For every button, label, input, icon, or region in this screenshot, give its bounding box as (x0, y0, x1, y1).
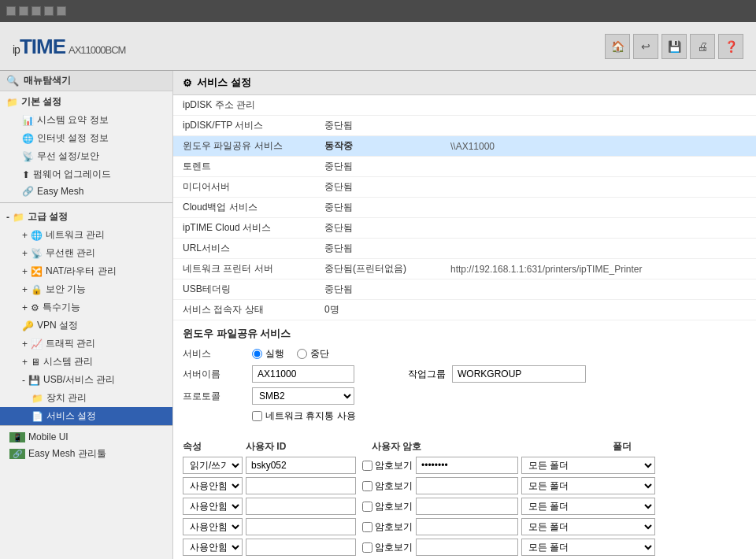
show-pw-checkbox-1[interactable] (362, 481, 372, 491)
sidebar-item-usb-service[interactable]: -💾 USB/서비스 관리 (0, 371, 172, 389)
user-id-input-4[interactable] (246, 539, 356, 556)
radio-run-label[interactable]: 실행 (252, 347, 284, 361)
service-table: ipDISK 주소 관리 ipDISK/FTP 서비스 중단됨 윈도우 파일공유… (173, 95, 756, 320)
user-id-input-1[interactable] (246, 477, 356, 494)
user-rows: 읽기/쓰기읽기전용사용안함 암호보기 모든 폴더 읽기/쓰기읽기전용사용안함 암… (183, 457, 747, 556)
sidebar-item-vpn[interactable]: 🔑 VPN 설정 (0, 317, 172, 335)
server-name-input[interactable] (252, 365, 354, 383)
user-attr-select-3[interactable]: 읽기/쓰기읽기전용사용안함 (183, 518, 243, 535)
sidebar-item-system-mgmt[interactable]: +🖥 시스템 관리 (0, 353, 172, 371)
show-pw-checkbox-4[interactable] (362, 542, 372, 553)
protocol-row: 프로토콜 SMB2 SMB1 SMB3 (183, 387, 747, 405)
sidebar: 🔍 매뉴탐색기 📁 기본 설정 📊 시스템 요약 정보 🌐 인터넷 설정 정보 … (0, 71, 173, 559)
col-header-folder: 폴더 (613, 440, 747, 453)
show-pw-checkbox-0[interactable] (362, 461, 372, 471)
service-name: 토렌트 (173, 157, 315, 177)
user-pw-input-1[interactable] (416, 477, 518, 494)
server-name-label: 서버이름 (183, 368, 246, 381)
folder-icon-advanced: 📁 (13, 212, 24, 223)
user-id-input-2[interactable] (246, 498, 356, 515)
user-pw-input-0[interactable] (416, 457, 518, 474)
server-name-row: 서버이름 작업그룹 (183, 365, 747, 383)
service-radio-row: 서비스 실행 중단 (183, 347, 747, 361)
sidebar-item-firmware[interactable]: ⬆ 펌웨어 업그레이드 (0, 165, 172, 183)
service-extra (441, 280, 756, 300)
sidebar-item-service-settings[interactable]: 📄 서비스 설정 (0, 407, 172, 425)
user-folder-select-2[interactable]: 모든 폴더 (521, 498, 655, 515)
workgroup-input[interactable] (452, 365, 586, 383)
service-status: 중단됨 (315, 198, 441, 218)
form-section-title: 윈도우 파일공유 서비스 (183, 327, 747, 341)
service-name: ipDISK 주소 관리 (173, 95, 315, 116)
network-idle-label[interactable]: 네트워크 휴지통 사용 (252, 409, 356, 423)
service-extra (441, 300, 756, 320)
service-label: 서비스 (183, 347, 246, 361)
content-header-icon: ⚙ (183, 77, 192, 89)
sidebar-item-easymesh[interactable]: 🔗 Easy Mesh (0, 183, 172, 199)
logo: ipTIMEAX11000BCM (13, 34, 125, 59)
sidebar-item-mobile-ui[interactable]: 📱 Mobile UI (0, 429, 172, 445)
service-status: 중단됨 (315, 239, 441, 259)
sidebar-item-internet[interactable]: 🌐 인터넷 설정 정보 (0, 129, 172, 147)
table-row: 미디어서버 중단됨 (173, 177, 756, 198)
user-folder-select-4[interactable]: 모든 폴더 (521, 539, 655, 556)
service-extra (441, 239, 756, 259)
network-idle-checkbox[interactable] (252, 411, 262, 421)
sidebar-item-system-summary[interactable]: 📊 시스템 요약 정보 (0, 111, 172, 129)
titlebar-btn-4[interactable] (44, 6, 54, 16)
nat-icon: 🔀 (31, 266, 43, 277)
main-layout: 🔍 매뉴탐색기 📁 기본 설정 📊 시스템 요약 정보 🌐 인터넷 설정 정보 … (0, 71, 756, 559)
col-header-pw: 사용자 암호 (372, 440, 613, 453)
user-attr-select-0[interactable]: 읽기/쓰기읽기전용사용안함 (183, 457, 243, 474)
user-row: 읽기/쓰기읽기전용사용안함 암호보기 모든 폴더 (183, 457, 747, 474)
service-extra (441, 218, 756, 239)
table-row: ipTIME Cloud 서비스 중단됨 (173, 218, 756, 239)
service-name: Cloud백업 서비스 (173, 198, 315, 218)
usb-icon: 💾 (28, 375, 40, 386)
show-pw-checkbox-2[interactable] (362, 502, 372, 512)
user-pw-input-2[interactable] (416, 498, 518, 515)
service-name: USB테더링 (173, 280, 315, 300)
user-pw-input-3[interactable] (416, 518, 518, 535)
pw-check-1: 암호보기 (362, 479, 413, 493)
home-button[interactable]: 🏠 (605, 34, 630, 59)
user-row: 읽기/쓰기읽기전용사용안함 암호보기 모든 폴더 (183, 477, 747, 494)
service-radio-group: 실행 중단 (252, 347, 329, 361)
back-button[interactable]: ↩ (633, 34, 658, 59)
service-extra (441, 95, 756, 116)
sidebar-item-nat-router[interactable]: +🔀 NAT/라우터 관리 (0, 262, 172, 280)
user-id-input-3[interactable] (246, 518, 356, 535)
sidebar-item-wlan-mgmt[interactable]: +📡 무선랜 관리 (0, 244, 172, 262)
user-folder-select-0[interactable]: 모든 폴더 (521, 457, 655, 474)
user-attr-select-1[interactable]: 읽기/쓰기읽기전용사용안함 (183, 477, 243, 494)
print-button[interactable]: 🖨 (690, 34, 715, 59)
radio-stop[interactable] (297, 349, 307, 359)
titlebar-btn-1[interactable] (6, 6, 16, 16)
titlebar-btn-5[interactable] (57, 6, 66, 16)
table-row: URL서비스 중단됨 (173, 239, 756, 259)
sidebar-item-security[interactable]: +🔒 보안 기능 (0, 280, 172, 298)
sidebar-item-device-mgmt[interactable]: 📁 장치 관리 (0, 389, 172, 407)
save-button[interactable]: 💾 (662, 34, 687, 59)
user-attr-select-2[interactable]: 읽기/쓰기읽기전용사용안함 (183, 498, 243, 515)
user-pw-input-4[interactable] (416, 539, 518, 556)
sidebar-item-special[interactable]: +⚙ 특수기능 (0, 298, 172, 317)
help-button[interactable]: ❓ (718, 34, 743, 59)
wireless-icon: 📡 (22, 151, 34, 162)
titlebar-btn-3[interactable] (32, 6, 41, 16)
user-folder-select-3[interactable]: 모든 폴더 (521, 518, 655, 535)
radio-run[interactable] (252, 349, 262, 359)
sidebar-item-easymesh-tool[interactable]: 🔗 Easy Mesh 관리툴 (0, 445, 172, 463)
user-attr-select-4[interactable]: 읽기/쓰기읽기전용사용안함 (183, 539, 243, 556)
user-folder-select-1[interactable]: 모든 폴더 (521, 477, 655, 494)
radio-stop-label[interactable]: 중단 (297, 347, 329, 361)
sidebar-item-network-mgmt[interactable]: +🌐 네트워크 관리 (0, 226, 172, 244)
sidebar-item-wireless[interactable]: 📡 무선 설정/보안 (0, 147, 172, 165)
sidebar-item-traffic[interactable]: +📈 트래픽 관리 (0, 335, 172, 353)
protocol-select[interactable]: SMB2 SMB1 SMB3 (252, 387, 354, 405)
titlebar-btn-2[interactable] (19, 6, 28, 16)
user-id-input-0[interactable] (246, 457, 356, 474)
show-pw-checkbox-3[interactable] (362, 522, 372, 532)
table-row: USB테더링 중단됨 (173, 280, 756, 300)
service-status: 중단됨 (315, 157, 441, 177)
